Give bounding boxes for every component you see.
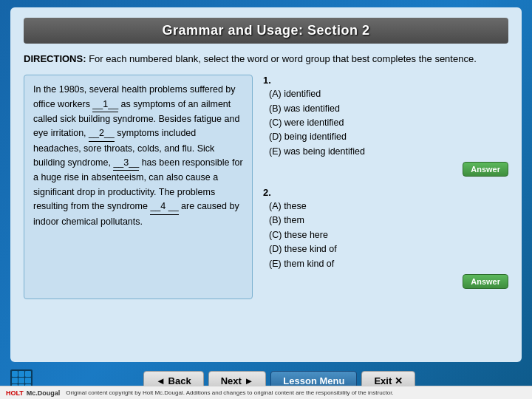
- question-block-1: 1. (A) identified (B) was identified (C)…: [263, 75, 508, 177]
- question-2-number: 2.: [263, 187, 508, 198]
- directions: DIRECTIONS: For each numbered blank, sel…: [24, 52, 508, 66]
- answers-area: 1. (A) identified (B) was identified (C)…: [263, 75, 508, 299]
- blank-1: __1__: [92, 98, 118, 112]
- q1-option-a: (A) identified: [263, 87, 508, 101]
- q2-option-e: (E) them kind of: [263, 257, 508, 271]
- question-1-number: 1.: [263, 75, 508, 86]
- blank-2: __2__: [89, 126, 115, 141]
- main-card: Grammar and Usage: Section 2 DIRECTIONS:…: [10, 7, 522, 362]
- mcdougal-logo: Mc.Dougal: [27, 389, 61, 397]
- directions-label: DIRECTIONS:: [24, 53, 86, 64]
- title-bar: Grammar and Usage: Section 2: [24, 18, 508, 44]
- q1-option-e: (E) was being identified: [263, 145, 508, 159]
- q1-answer-button[interactable]: Answer: [463, 162, 508, 177]
- q2-answer-button[interactable]: Answer: [463, 274, 508, 289]
- q1-option-b: (B) was identified: [263, 102, 508, 116]
- q2-option-d: (D) these kind of: [263, 242, 508, 256]
- directions-text: For each numbered blank, select the word…: [89, 53, 477, 64]
- q1-option-d: (D) being identified: [263, 130, 508, 144]
- q2-option-c: (C) these here: [263, 228, 508, 242]
- holt-logo: HOLT: [6, 389, 24, 397]
- blank-3: __3__: [113, 156, 139, 171]
- passage-box: In the 1980s, several health problems su…: [24, 75, 253, 299]
- content-area: In the 1980s, several health problems su…: [24, 75, 508, 299]
- blank-4: __4 __: [150, 200, 178, 214]
- q2-option-a: (A) these: [263, 200, 508, 214]
- copyright-bar: HOLT Mc.Dougal Original content copyrigh…: [0, 386, 532, 399]
- question-block-2: 2. (A) these (B) them (C) these here (D)…: [263, 187, 508, 289]
- q1-option-c: (C) were identified: [263, 116, 508, 130]
- copyright-text: Original content copyright by Holt Mc.Do…: [66, 389, 393, 396]
- page-title: Grammar and Usage: Section 2: [24, 23, 508, 38]
- q2-option-b: (B) them: [263, 214, 508, 228]
